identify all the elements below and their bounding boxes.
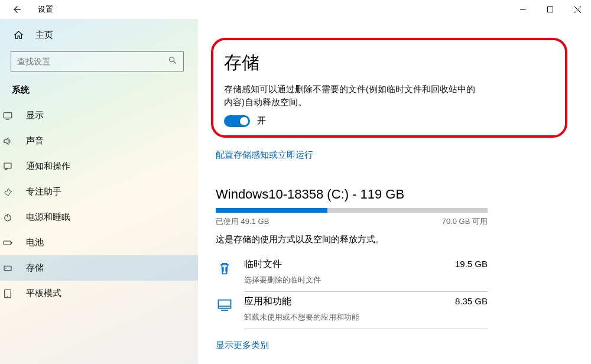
nav-item-display[interactable]: 显示	[0, 103, 198, 128]
svg-rect-8	[4, 163, 11, 168]
usage-bar	[216, 208, 488, 213]
focus-icon	[2, 187, 13, 197]
drive-desc: 这是存储的使用方式以及空间的释放方式。	[216, 234, 567, 245]
svg-line-5	[174, 61, 176, 63]
nav-label: 显示	[26, 110, 44, 121]
battery-icon	[2, 238, 13, 248]
nav-label: 通知和操作	[26, 161, 70, 172]
search-input[interactable]	[17, 57, 168, 66]
svg-rect-11	[4, 241, 11, 245]
used-label: 已使用 49.1 GB	[216, 216, 269, 227]
nav-item-tablet[interactable]: 平板模式	[0, 281, 198, 306]
nav-item-focus[interactable]: 专注助手	[0, 179, 198, 204]
trash-icon	[216, 259, 233, 277]
nav-label: 存储	[26, 262, 44, 274]
storage-sense-desc: 存储感知可以通过删除不需要的文件(例如临时文件和回收站中的内容)自动释放空间。	[224, 83, 478, 109]
minimize-button[interactable]	[509, 0, 537, 19]
sound-icon	[2, 136, 13, 147]
category-name: 临时文件	[244, 258, 282, 271]
toggle-state-label: 开	[257, 115, 266, 126]
show-more-categories-link[interactable]: 显示更多类别	[216, 340, 269, 351]
category-sub: 卸载未使用或不想要的应用和功能	[244, 313, 488, 323]
home-icon	[13, 30, 24, 40]
storage-sense-toggle[interactable]	[224, 115, 250, 127]
nav-item-battery[interactable]: 电池	[0, 230, 198, 255]
category-name: 应用和功能	[244, 295, 291, 308]
close-icon	[574, 6, 581, 13]
nav-label: 电源和睡眠	[26, 212, 70, 223]
storage-sense-panel: 存储 存储感知可以通过删除不需要的文件(例如临时文件和回收站中的内容)自动释放空…	[211, 38, 567, 138]
display-icon	[2, 110, 13, 121]
nav-list: 显示 声音 通知和操作 专注助手 电源和睡眠 电池	[0, 103, 198, 306]
notifications-icon	[2, 161, 13, 172]
home-label: 主页	[35, 30, 53, 41]
usage-bar-fill	[216, 208, 327, 213]
category-size: 8.35 GB	[455, 296, 488, 306]
svg-rect-17	[219, 300, 231, 308]
maximize-icon	[547, 6, 553, 12]
arrow-left-icon	[12, 4, 22, 15]
nav-item-sound[interactable]: 声音	[0, 128, 198, 154]
window-controls	[509, 0, 591, 19]
close-button[interactable]	[564, 0, 591, 19]
configure-storage-sense-link[interactable]: 配置存储感知或立即运行	[216, 150, 313, 161]
nav-label: 声音	[26, 135, 44, 147]
svg-rect-6	[4, 112, 12, 118]
drive-title: Windows10-18358 (C:) - 119 GB	[216, 187, 567, 202]
category-temp-files[interactable]: 临时文件 19.5 GB 选择要删除的临时文件	[216, 258, 488, 292]
sidebar: 主页 系统 显示 声音 通知和操作	[0, 19, 198, 364]
category-apps[interactable]: 应用和功能 8.35 GB 卸载未使用或不想要的应用和功能	[216, 295, 488, 329]
drive-section: Windows10-18358 (C:) - 119 GB 已使用 49.1 G…	[211, 187, 567, 351]
app-title: 设置	[38, 4, 53, 15]
nav-label: 平板模式	[26, 288, 61, 299]
nav-item-storage[interactable]: 存储	[0, 255, 198, 281]
svg-point-4	[170, 57, 174, 62]
apps-icon	[216, 297, 233, 314]
power-icon	[2, 212, 13, 223]
free-label: 70.0 GB 可用	[442, 216, 488, 227]
home-nav[interactable]: 主页	[11, 25, 198, 51]
svg-point-16	[7, 295, 8, 297]
back-button[interactable]	[8, 1, 26, 18]
titlebar: 设置	[0, 0, 591, 19]
nav-label: 电池	[26, 237, 44, 248]
svg-point-14	[5, 268, 7, 269]
nav-label: 专注助手	[26, 186, 61, 197]
nav-item-notifications[interactable]: 通知和操作	[0, 154, 198, 179]
nav-item-power[interactable]: 电源和睡眠	[0, 204, 198, 230]
category-sub: 选择要删除的临时文件	[244, 275, 488, 285]
svg-rect-12	[11, 242, 12, 243]
storage-icon	[2, 263, 13, 274]
svg-rect-1	[548, 7, 553, 12]
search-icon	[168, 56, 177, 67]
maximize-button[interactable]	[537, 0, 564, 19]
page-title: 存储	[224, 51, 551, 75]
content-area: 存储 存储感知可以通过删除不需要的文件(例如临时文件和回收站中的内容)自动释放空…	[198, 19, 591, 364]
category-size: 19.5 GB	[455, 259, 488, 269]
search-box[interactable]	[11, 51, 184, 72]
svg-rect-13	[4, 266, 11, 271]
tablet-icon	[2, 288, 13, 299]
minimize-icon	[520, 6, 526, 12]
section-title: 系统	[11, 72, 198, 103]
